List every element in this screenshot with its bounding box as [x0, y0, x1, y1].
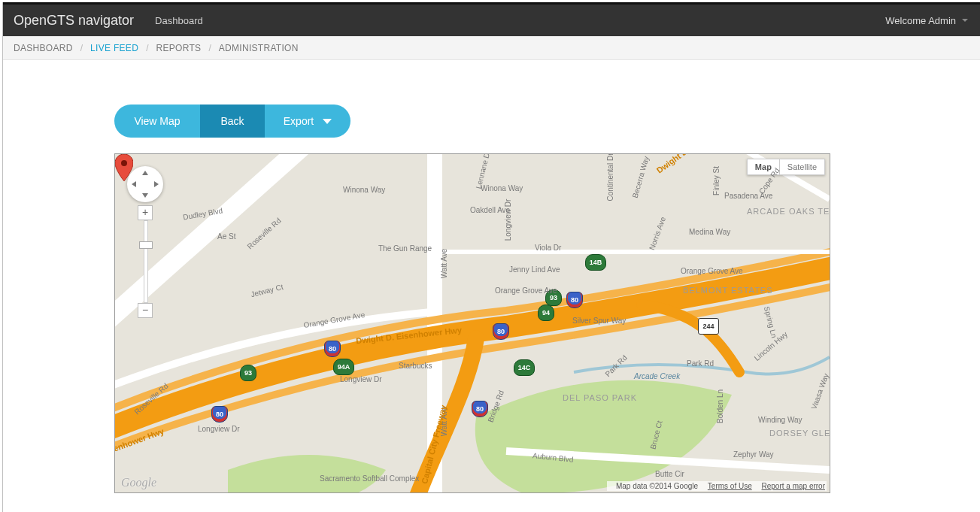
- chevron-down-icon: [962, 19, 968, 22]
- pan-right-icon: [154, 181, 159, 187]
- export-label: Export: [284, 115, 314, 127]
- crumb-dashboard[interactable]: DASHBOARD: [14, 43, 73, 53]
- map-canvas[interactable]: + − Map Satellite 80 80 80 80 80 93 93 9…: [114, 153, 830, 493]
- map-type-satellite[interactable]: Satellite: [780, 159, 825, 175]
- triangle-down-icon: [323, 119, 332, 124]
- pan-left-icon: [132, 181, 136, 187]
- attrib-report-link[interactable]: Report a map error: [762, 482, 825, 490]
- crumb-live-feed[interactable]: LIVE FEED: [90, 43, 138, 53]
- top-bar: OpenGTS navigator Dashboard Welcome Admi…: [3, 2, 980, 36]
- pan-up-icon: [142, 171, 148, 175]
- map-attribution: Map data ©2014 Google Terms of Use Repor…: [607, 481, 827, 491]
- crumb-sep: /: [208, 43, 211, 53]
- zoom-handle[interactable]: [139, 241, 153, 249]
- svg-point-0: [121, 160, 127, 166]
- zoom-in-button[interactable]: +: [138, 205, 153, 220]
- attrib-data: Map data ©2014 Google: [616, 482, 698, 490]
- zoom-out-button[interactable]: −: [138, 303, 153, 318]
- left-rule: [2, 2, 3, 512]
- pan-down-icon: [142, 193, 148, 198]
- crumb-reports[interactable]: REPORTS: [156, 43, 201, 53]
- attrib-terms-link[interactable]: Terms of Use: [708, 482, 752, 490]
- breadcrumb: DASHBOARD / LIVE FEED / REPORTS / ADMINI…: [3, 36, 980, 60]
- map-svg: [115, 154, 830, 492]
- action-bar: View Map Back Export: [114, 105, 350, 138]
- map-marker-icon[interactable]: [115, 154, 133, 181]
- map-type-switch: Map Satellite: [747, 159, 825, 175]
- back-button[interactable]: Back: [200, 105, 265, 138]
- welcome-label: Welcome Admin: [885, 15, 956, 26]
- map-type-map[interactable]: Map: [747, 159, 780, 175]
- export-button[interactable]: Export: [265, 105, 350, 138]
- view-map-button[interactable]: View Map: [114, 105, 200, 138]
- brand: OpenGTS navigator: [14, 13, 134, 29]
- crumb-administration[interactable]: ADMINISTRATION: [219, 43, 299, 53]
- nav-dashboard[interactable]: Dashboard: [155, 15, 203, 26]
- crumb-sep: /: [80, 43, 83, 53]
- crumb-sep: /: [146, 43, 148, 53]
- zoom-control[interactable]: + −: [142, 213, 148, 311]
- zoom-track[interactable]: [144, 220, 148, 303]
- user-menu[interactable]: Welcome Admin: [885, 15, 968, 26]
